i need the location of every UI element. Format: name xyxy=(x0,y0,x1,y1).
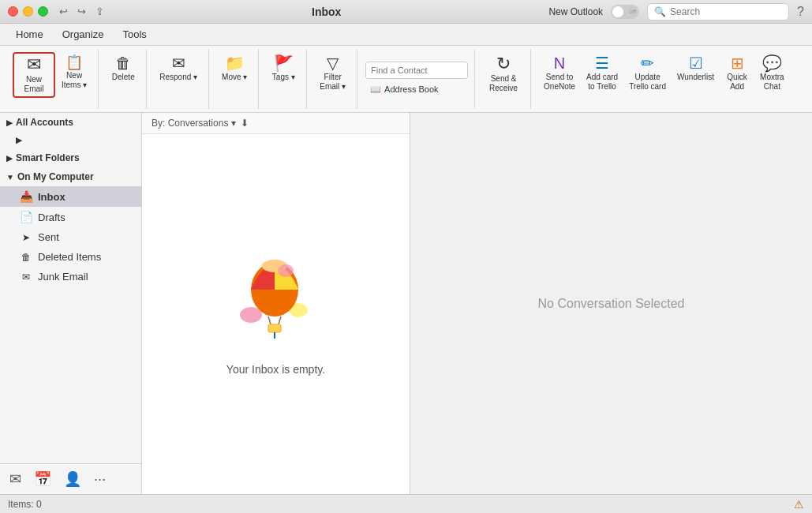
onenote-label: Send to OneNote xyxy=(544,73,575,92)
sidebar-item-inbox[interactable]: 📥 Inbox xyxy=(0,186,141,207)
send-button[interactable]: ⇪ xyxy=(95,6,104,17)
chevron-right-icon-3: ▶ xyxy=(6,154,13,163)
move-label: Move ▾ xyxy=(222,73,247,82)
find-contact-input[interactable] xyxy=(365,62,468,79)
add-card-trello-button[interactable]: ☰ Add card to Trello xyxy=(582,52,623,95)
quick-add-button[interactable]: ⊞ Quick Add xyxy=(720,52,754,95)
balloon-svg xyxy=(229,253,324,348)
new-email-icon: ✉ xyxy=(27,56,41,73)
no-conversation-text: No Conversation Selected xyxy=(538,297,685,311)
ribbon-group-new: ✉ New Email 📋 New Items ▾ xyxy=(6,49,99,109)
move-button[interactable]: 📁 Move ▾ xyxy=(217,52,252,85)
respond-label: Respond ▾ xyxy=(159,73,197,82)
wunderlist-button[interactable]: ☑ Wunderlist xyxy=(672,52,719,85)
content-area: No Conversation Selected xyxy=(410,113,812,494)
sidebar-item-sent[interactable]: ➤ Sent xyxy=(0,227,141,247)
new-outlook-label: New Outlook xyxy=(548,6,603,17)
chevron-right-icon: ▶ xyxy=(6,118,13,127)
download-icon[interactable]: ⬇ xyxy=(241,118,249,129)
new-outlook-toggle[interactable]: off xyxy=(611,5,639,19)
chevron-right-icon-2: ▶ xyxy=(16,136,22,144)
tags-button[interactable]: 🚩 Tags ▾ xyxy=(267,52,300,85)
ribbon-group-move: 📁 Move ▾ xyxy=(211,49,259,109)
move-icon: 📁 xyxy=(225,55,245,71)
svg-point-4 xyxy=(278,264,294,277)
delete-button[interactable]: 🗑 Delete xyxy=(107,52,140,85)
trello-add-label: Add card to Trello xyxy=(586,73,618,92)
contacts-bottom-button[interactable]: 👤 xyxy=(64,470,81,488)
new-items-button[interactable]: 📋 New Items ▾ xyxy=(57,52,92,93)
sidebar-collapsed-item[interactable]: ▶ xyxy=(0,132,141,148)
ribbon-group-find: 📖 Address Book xyxy=(359,49,475,109)
sidebar-item-junk-email[interactable]: ✉ Junk Email xyxy=(0,267,141,286)
drafts-icon: 📄 xyxy=(19,211,33,223)
deleted-items-label: Deleted Items xyxy=(38,251,101,263)
moxtra-chat-button[interactable]: 💬 Moxtra Chat xyxy=(755,52,789,95)
delete-icon: 🗑 xyxy=(115,55,131,71)
menu-home[interactable]: Home xyxy=(8,25,51,43)
menu-tools[interactable]: Tools xyxy=(114,25,154,43)
search-bar[interactable]: 🔍 xyxy=(647,3,789,21)
search-input[interactable] xyxy=(670,6,782,17)
sidebar-smart-folders[interactable]: ▶ Smart Folders xyxy=(0,148,141,167)
deleted-items-icon: 🗑 xyxy=(19,252,33,263)
address-book-label: Address Book xyxy=(384,84,438,94)
new-items-icon: 📋 xyxy=(65,55,83,69)
menu-organize[interactable]: Organize xyxy=(54,25,112,43)
wunderlist-icon: ☑ xyxy=(689,55,703,71)
warning-icon: ⚠ xyxy=(794,498,804,511)
ribbon-group-extra: N Send to OneNote ☰ Add card to Trello ✏… xyxy=(533,49,795,109)
send-to-onenote-button[interactable]: N Send to OneNote xyxy=(539,52,580,95)
maximize-button[interactable] xyxy=(38,6,48,17)
junk-email-icon: ✉ xyxy=(19,271,33,283)
address-book-button[interactable]: 📖 Address Book xyxy=(365,82,443,97)
undo-button[interactable]: ↩ xyxy=(59,6,68,17)
more-bottom-button[interactable]: ··· xyxy=(94,471,106,488)
help-button[interactable]: ? xyxy=(797,5,804,19)
message-list-header: By: Conversations ▾ ⬇ xyxy=(142,113,410,134)
sidebar-item-drafts[interactable]: 📄 Drafts xyxy=(0,207,141,227)
sent-label: Sent xyxy=(38,231,59,243)
tags-label: Tags ▾ xyxy=(272,73,295,82)
send-receive-button[interactable]: ↻ Send & Receive xyxy=(483,52,524,96)
send-receive-icon: ↻ xyxy=(496,55,511,73)
respond-button[interactable]: ✉ Respond ▾ xyxy=(155,52,202,85)
redo-button[interactable]: ↪ xyxy=(77,6,86,17)
sort-chevron-icon: ▾ xyxy=(231,118,236,129)
new-email-label: New Email xyxy=(24,75,43,94)
delete-label: Delete xyxy=(112,73,135,82)
calendar-bottom-button[interactable]: 📅 xyxy=(34,470,51,488)
trello-icon: ☰ xyxy=(595,55,609,71)
sidebar-item-deleted-items[interactable]: 🗑 Deleted Items xyxy=(0,247,141,267)
empty-inbox-text: Your Inbox is empty. xyxy=(226,363,325,376)
update-trello-card-button[interactable]: ✏ Update Trello card xyxy=(624,52,671,95)
sidebar-bottom: ✉ 📅 👤 ··· xyxy=(0,463,141,494)
message-list: By: Conversations ▾ ⬇ xyxy=(142,113,410,494)
quick-add-icon: ⊞ xyxy=(731,55,744,71)
minimize-button[interactable] xyxy=(23,6,33,17)
tags-icon: 🚩 xyxy=(274,55,294,71)
all-accounts-label: All Accounts xyxy=(16,117,73,128)
filter-email-button[interactable]: ▽ Filter Email ▾ xyxy=(315,52,350,95)
moxtra-label: Moxtra Chat xyxy=(760,73,784,92)
filter-email-icon: ▽ xyxy=(327,55,339,71)
moxtra-icon: 💬 xyxy=(762,55,782,71)
empty-inbox-illustration xyxy=(229,253,324,350)
sidebar-all-accounts[interactable]: ▶ All Accounts xyxy=(0,113,141,132)
sidebar-on-my-computer[interactable]: ▼ On My Computer xyxy=(0,167,141,186)
junk-email-label: Junk Email xyxy=(38,271,88,283)
respond-icon: ✉ xyxy=(172,55,185,71)
svg-rect-7 xyxy=(268,324,281,332)
chevron-down-icon: ▼ xyxy=(6,173,14,182)
title-bar: ↩ ↪ ⇪ Inbox New Outlook off 🔍 ? xyxy=(0,0,812,24)
drafts-label: Drafts xyxy=(38,212,65,223)
close-button[interactable] xyxy=(8,6,18,17)
sort-control[interactable]: By: Conversations ▾ xyxy=(152,118,236,129)
message-list-body: Your Inbox is empty. xyxy=(142,134,410,494)
items-count-label: Items: 0 xyxy=(8,499,42,510)
send-receive-label: Send & Receive xyxy=(489,74,518,93)
mail-bottom-button[interactable]: ✉ xyxy=(9,470,21,488)
filter-email-label: Filter Email ▾ xyxy=(320,73,346,92)
title-bar-right: New Outlook off 🔍 ? xyxy=(548,3,804,21)
new-email-button[interactable]: ✉ New Email xyxy=(13,52,55,98)
